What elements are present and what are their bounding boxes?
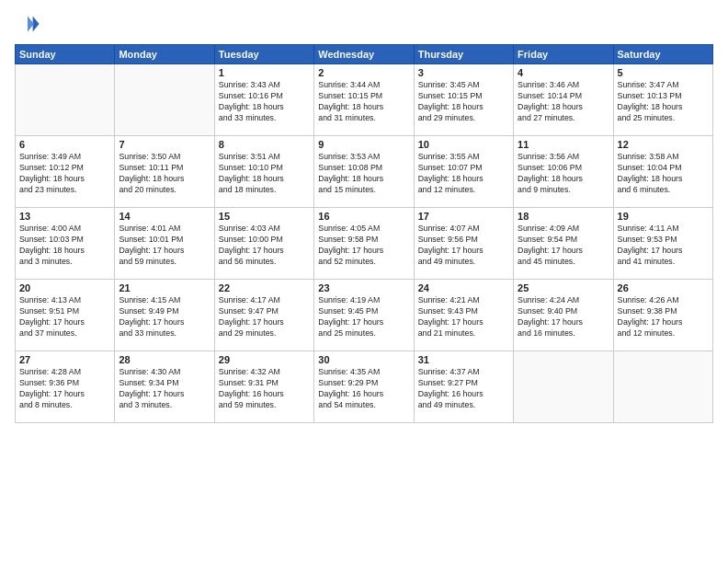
week-row-3: 20Sunrise: 4:13 AM Sunset: 9:51 PM Dayli…: [16, 280, 713, 351]
cell-info: Sunrise: 3:43 AM Sunset: 10:16 PM Daylig…: [219, 80, 310, 124]
calendar-cell: [514, 351, 613, 423]
day-number: 15: [219, 211, 310, 222]
day-number: 14: [119, 211, 210, 222]
cell-info: Sunrise: 4:19 AM Sunset: 9:45 PM Dayligh…: [318, 295, 409, 339]
calendar-cell: 17Sunrise: 4:07 AM Sunset: 9:56 PM Dayli…: [414, 208, 513, 280]
cell-info: Sunrise: 3:46 AM Sunset: 10:14 PM Daylig…: [518, 80, 609, 124]
cell-info: Sunrise: 4:05 AM Sunset: 9:58 PM Dayligh…: [318, 224, 409, 268]
calendar-cell: 1Sunrise: 3:43 AM Sunset: 10:16 PM Dayli…: [214, 64, 313, 136]
cell-info: Sunrise: 3:58 AM Sunset: 10:04 PM Daylig…: [618, 152, 709, 196]
day-number: 25: [518, 282, 609, 293]
calendar-cell: 31Sunrise: 4:37 AM Sunset: 9:27 PM Dayli…: [414, 351, 513, 423]
cell-info: Sunrise: 3:45 AM Sunset: 10:15 PM Daylig…: [418, 80, 509, 124]
day-number: 10: [418, 139, 509, 150]
page: SundayMondayTuesdayWednesdayThursdayFrid…: [0, 0, 728, 563]
day-number: 29: [219, 354, 310, 365]
day-header-monday: Monday: [115, 45, 214, 64]
calendar-cell: 30Sunrise: 4:35 AM Sunset: 9:29 PM Dayli…: [314, 351, 414, 423]
cell-info: Sunrise: 4:30 AM Sunset: 9:34 PM Dayligh…: [119, 367, 210, 411]
calendar-cell: 29Sunrise: 4:32 AM Sunset: 9:31 PM Dayli…: [214, 351, 313, 423]
cell-info: Sunrise: 3:47 AM Sunset: 10:13 PM Daylig…: [618, 80, 709, 124]
day-number: 13: [19, 211, 110, 222]
day-number: 16: [318, 211, 409, 222]
calendar-cell: 3Sunrise: 3:45 AM Sunset: 10:15 PM Dayli…: [414, 64, 513, 136]
cell-info: Sunrise: 3:50 AM Sunset: 10:11 PM Daylig…: [119, 152, 210, 196]
day-header-tuesday: Tuesday: [214, 45, 313, 64]
calendar: SundayMondayTuesdayWednesdayThursdayFrid…: [15, 44, 713, 423]
day-number: 1: [219, 67, 310, 78]
day-number: 19: [618, 211, 709, 222]
day-number: 8: [219, 139, 310, 150]
calendar-cell: 24Sunrise: 4:21 AM Sunset: 9:43 PM Dayli…: [414, 280, 513, 351]
day-number: 28: [119, 354, 210, 365]
calendar-cell: 6Sunrise: 3:49 AM Sunset: 10:12 PM Dayli…: [16, 136, 115, 208]
calendar-cell: 7Sunrise: 3:50 AM Sunset: 10:11 PM Dayli…: [115, 136, 214, 208]
calendar-cell: 25Sunrise: 4:24 AM Sunset: 9:40 PM Dayli…: [514, 280, 613, 351]
calendar-header-row: SundayMondayTuesdayWednesdayThursdayFrid…: [16, 45, 713, 64]
logo: [15, 11, 42, 37]
calendar-cell: 14Sunrise: 4:01 AM Sunset: 10:01 PM Dayl…: [115, 208, 214, 280]
calendar-cell: 23Sunrise: 4:19 AM Sunset: 9:45 PM Dayli…: [314, 280, 414, 351]
calendar-cell: 10Sunrise: 3:55 AM Sunset: 10:07 PM Dayl…: [414, 136, 513, 208]
calendar-cell: 9Sunrise: 3:53 AM Sunset: 10:08 PM Dayli…: [314, 136, 414, 208]
cell-info: Sunrise: 4:00 AM Sunset: 10:03 PM Daylig…: [19, 224, 110, 268]
calendar-cell: 8Sunrise: 3:51 AM Sunset: 10:10 PM Dayli…: [214, 136, 313, 208]
cell-info: Sunrise: 3:56 AM Sunset: 10:06 PM Daylig…: [518, 152, 609, 196]
calendar-cell: 5Sunrise: 3:47 AM Sunset: 10:13 PM Dayli…: [613, 64, 712, 136]
header: [15, 11, 713, 37]
calendar-cell: 19Sunrise: 4:11 AM Sunset: 9:53 PM Dayli…: [613, 208, 712, 280]
cell-info: Sunrise: 4:21 AM Sunset: 9:43 PM Dayligh…: [418, 295, 509, 339]
calendar-cell: [16, 64, 115, 136]
day-number: 2: [318, 67, 409, 78]
day-number: 30: [318, 354, 409, 365]
cell-info: Sunrise: 4:07 AM Sunset: 9:56 PM Dayligh…: [418, 224, 509, 268]
day-number: 3: [418, 67, 509, 78]
day-header-saturday: Saturday: [613, 45, 712, 64]
cell-info: Sunrise: 4:28 AM Sunset: 9:36 PM Dayligh…: [19, 367, 110, 411]
calendar-cell: 16Sunrise: 4:05 AM Sunset: 9:58 PM Dayli…: [314, 208, 414, 280]
day-header-wednesday: Wednesday: [314, 45, 414, 64]
calendar-cell: 2Sunrise: 3:44 AM Sunset: 10:15 PM Dayli…: [314, 64, 414, 136]
day-number: 7: [119, 139, 210, 150]
calendar-cell: [115, 64, 214, 136]
cell-info: Sunrise: 4:13 AM Sunset: 9:51 PM Dayligh…: [19, 295, 110, 339]
calendar-cell: 22Sunrise: 4:17 AM Sunset: 9:47 PM Dayli…: [214, 280, 313, 351]
day-number: 5: [618, 67, 709, 78]
day-header-friday: Friday: [514, 45, 613, 64]
calendar-cell: 13Sunrise: 4:00 AM Sunset: 10:03 PM Dayl…: [16, 208, 115, 280]
day-header-thursday: Thursday: [414, 45, 513, 64]
calendar-cell: 11Sunrise: 3:56 AM Sunset: 10:06 PM Dayl…: [514, 136, 613, 208]
day-number: 12: [618, 139, 709, 150]
day-number: 22: [219, 282, 310, 293]
day-number: 6: [19, 139, 110, 150]
calendar-cell: 21Sunrise: 4:15 AM Sunset: 9:49 PM Dayli…: [115, 280, 214, 351]
day-number: 4: [518, 67, 609, 78]
calendar-cell: 27Sunrise: 4:28 AM Sunset: 9:36 PM Dayli…: [16, 351, 115, 423]
cell-info: Sunrise: 4:11 AM Sunset: 9:53 PM Dayligh…: [618, 224, 709, 268]
day-number: 31: [418, 354, 509, 365]
week-row-2: 13Sunrise: 4:00 AM Sunset: 10:03 PM Dayl…: [16, 208, 713, 280]
day-number: 20: [19, 282, 110, 293]
day-number: 11: [518, 139, 609, 150]
cell-info: Sunrise: 4:09 AM Sunset: 9:54 PM Dayligh…: [518, 224, 609, 268]
calendar-cell: 4Sunrise: 3:46 AM Sunset: 10:14 PM Dayli…: [514, 64, 613, 136]
cell-info: Sunrise: 4:17 AM Sunset: 9:47 PM Dayligh…: [219, 295, 310, 339]
calendar-cell: 26Sunrise: 4:26 AM Sunset: 9:38 PM Dayli…: [613, 280, 712, 351]
cell-info: Sunrise: 3:44 AM Sunset: 10:15 PM Daylig…: [318, 80, 409, 124]
cell-info: Sunrise: 4:26 AM Sunset: 9:38 PM Dayligh…: [618, 295, 709, 339]
cell-info: Sunrise: 3:55 AM Sunset: 10:07 PM Daylig…: [418, 152, 509, 196]
cell-info: Sunrise: 4:15 AM Sunset: 9:49 PM Dayligh…: [119, 295, 210, 339]
day-number: 27: [19, 354, 110, 365]
cell-info: Sunrise: 4:01 AM Sunset: 10:01 PM Daylig…: [119, 224, 210, 268]
cell-info: Sunrise: 4:24 AM Sunset: 9:40 PM Dayligh…: [518, 295, 609, 339]
day-number: 24: [418, 282, 509, 293]
day-number: 17: [418, 211, 509, 222]
calendar-cell: 28Sunrise: 4:30 AM Sunset: 9:34 PM Dayli…: [115, 351, 214, 423]
calendar-cell: 18Sunrise: 4:09 AM Sunset: 9:54 PM Dayli…: [514, 208, 613, 280]
day-number: 9: [318, 139, 409, 150]
day-number: 21: [119, 282, 210, 293]
cell-info: Sunrise: 4:32 AM Sunset: 9:31 PM Dayligh…: [219, 367, 310, 411]
week-row-1: 6Sunrise: 3:49 AM Sunset: 10:12 PM Dayli…: [16, 136, 713, 208]
week-row-0: 1Sunrise: 3:43 AM Sunset: 10:16 PM Dayli…: [16, 64, 713, 136]
cell-info: Sunrise: 4:03 AM Sunset: 10:00 PM Daylig…: [219, 224, 310, 268]
